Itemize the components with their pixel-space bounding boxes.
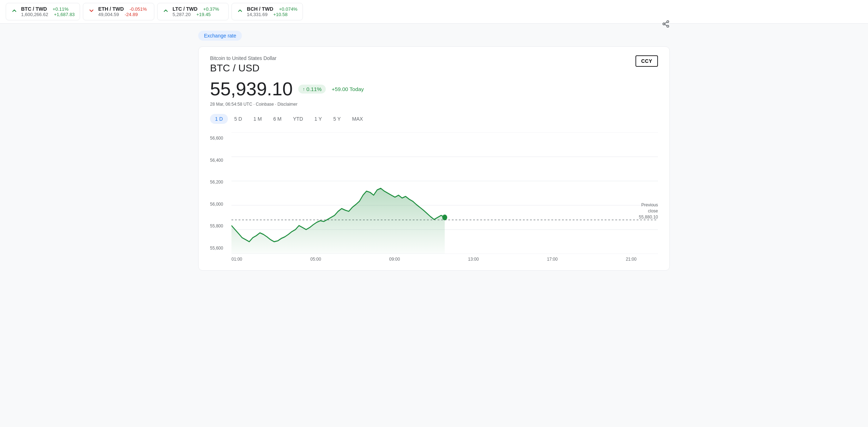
price-main: 55,939.10 — [210, 78, 293, 100]
ticker-card[interactable]: ETH / TWD -0.051% 49,004.59 -24.89 — [83, 3, 154, 20]
time-tab[interactable]: MAX — [347, 114, 368, 124]
ticker-change-pct: +0.074% — [279, 6, 298, 12]
down-arrow-icon — [88, 7, 95, 16]
time-tabs: 1 D5 D1 M6 MYTD1 Y5 YMAX — [210, 114, 658, 124]
prev-close-title2: close — [639, 208, 658, 214]
chart-svg — [231, 132, 658, 254]
ticker-change-abs: +10.58 — [273, 12, 288, 17]
ticker-change-pct: +0.37% — [203, 6, 219, 12]
ticker-pair: BCH / TWD — [247, 6, 273, 12]
ticker-card[interactable]: BCH / TWD +0.074% 14,331.69 +10.58 — [231, 3, 303, 20]
prev-close-value: 55,880.10 — [639, 214, 658, 220]
x-label-4: 13:00 — [468, 257, 479, 262]
time-tab[interactable]: 6 M — [268, 114, 286, 124]
y-axis: 56,600 56,400 56,200 56,000 55,800 55,60… — [210, 132, 231, 254]
top-bar: BTC / TWD +0.11% 1,600,266.62 +1,687.83 … — [0, 0, 868, 24]
ticker-pair: LTC / TWD — [173, 6, 198, 12]
ticker-card[interactable]: LTC / TWD +0.37% 5,287.20 +19.45 — [157, 3, 229, 20]
ticker-pair: ETH / TWD — [98, 6, 124, 12]
y-label-6: 55,600 — [210, 246, 228, 250]
up-arrow-icon — [237, 7, 243, 16]
pair-title: BTC / USD — [210, 62, 658, 74]
y-label-1: 56,600 — [210, 136, 228, 140]
price-meta: 28 Mar, 06:54:58 UTC · Coinbase · Discla… — [210, 102, 658, 107]
ccy-button[interactable]: CCY — [635, 55, 658, 67]
up-arrow-icon — [11, 7, 18, 16]
price-row: 55,939.10 ↑ 0.11% +59.00 Today — [210, 78, 658, 100]
ticker-change-abs: -24.89 — [125, 12, 138, 17]
svg-line-3 — [665, 24, 667, 26]
up-arrow-icon: ↑ — [303, 86, 305, 92]
ticker-change-abs: +19.45 — [196, 12, 211, 17]
ticker-change-abs: +1,687.83 — [54, 12, 75, 17]
ticker-change-pct: -0.051% — [130, 6, 147, 12]
previous-close-label: Previous close 55,880.10 — [639, 202, 658, 220]
pair-subtitle: Bitcoin to United States Dollar — [210, 55, 658, 61]
x-label-5: 17:00 — [547, 257, 558, 262]
price-change-pct: 0.11% — [306, 86, 322, 92]
y-label-4: 56,000 — [210, 202, 228, 206]
price-change-today: +59.00 Today — [331, 86, 364, 92]
time-tab[interactable]: 5 Y — [328, 114, 346, 124]
chart-card: CCY Bitcoin to United States Dollar BTC … — [198, 46, 670, 271]
x-label-3: 09:00 — [389, 257, 400, 262]
x-label-6: 21:00 — [626, 257, 637, 262]
exchange-rate-label[interactable]: Exchange rate — [198, 31, 242, 41]
ticker-value: 49,004.59 — [98, 12, 119, 17]
prev-close-title: Previous — [639, 202, 658, 208]
time-tab[interactable]: 1 Y — [309, 114, 327, 124]
x-label-1: 01:00 — [231, 257, 242, 262]
share-button[interactable] — [662, 20, 670, 30]
price-badge: ↑ 0.11% — [298, 85, 326, 94]
time-tab[interactable]: 5 D — [229, 114, 247, 124]
svg-line-4 — [665, 22, 667, 24]
ticker-card[interactable]: BTC / TWD +0.11% 1,600,266.62 +1,687.83 — [6, 3, 80, 20]
ticker-change-pct: +0.11% — [53, 6, 68, 12]
page-content: Exchange rate CCY Bitcoin to United Stat… — [184, 24, 684, 278]
y-label-5: 55,800 — [210, 224, 228, 228]
y-label-3: 56,200 — [210, 180, 228, 184]
ticker-value: 14,331.69 — [247, 12, 268, 17]
time-tab[interactable]: 1 D — [210, 114, 228, 124]
ticker-value: 5,287.20 — [173, 12, 191, 17]
y-label-2: 56,400 — [210, 158, 228, 162]
time-tab[interactable]: 1 M — [249, 114, 267, 124]
x-label-2: 05:00 — [310, 257, 321, 262]
time-tab[interactable]: YTD — [288, 114, 308, 124]
up-arrow-icon — [163, 7, 169, 16]
x-axis: 01:00 05:00 09:00 13:00 17:00 21:00 — [210, 254, 658, 262]
ticker-value: 1,600,266.62 — [21, 12, 48, 17]
current-price-dot — [442, 215, 447, 220]
ticker-pair: BTC / TWD — [21, 6, 47, 12]
